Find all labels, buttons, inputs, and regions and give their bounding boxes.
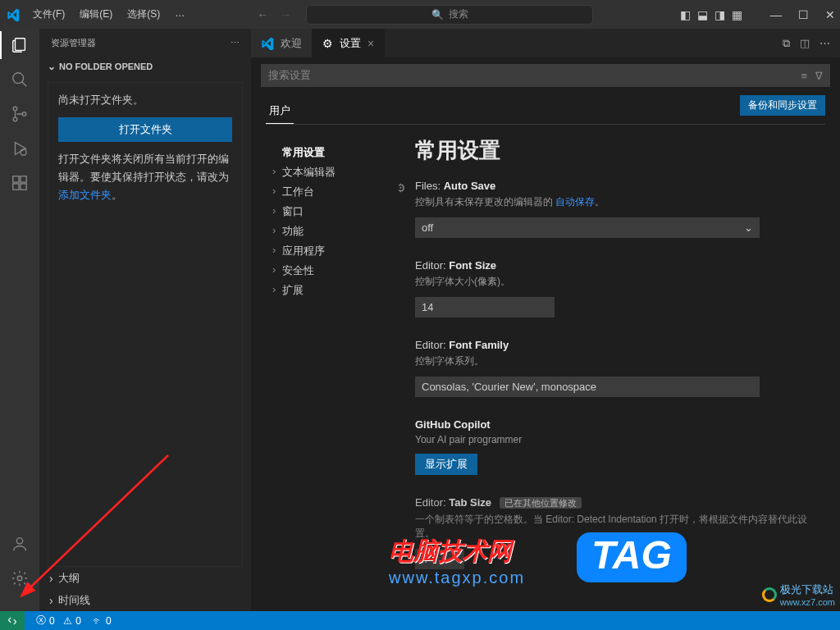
minimize-icon[interactable]: — xyxy=(770,8,782,21)
svg-point-1 xyxy=(13,73,24,84)
filter-icon[interactable]: ∇ xyxy=(815,70,823,82)
split-editor-icon[interactable]: ◫ xyxy=(800,37,810,49)
sidebar-more-icon[interactable]: ⋯ xyxy=(231,38,240,48)
layout-sidebar-right-icon[interactable]: ◨ xyxy=(714,8,725,21)
open-settings-json-icon[interactable]: ⧉ xyxy=(783,37,790,50)
gear-icon[interactable]: ⚙ xyxy=(399,181,406,194)
layout-panel-icon[interactable]: ⬓ xyxy=(697,8,708,21)
font-size-input[interactable] xyxy=(415,297,555,317)
setting-copilot: GitHub Copilot Your AI pair programmer 显… xyxy=(415,418,824,475)
source-control-icon[interactable] xyxy=(10,104,30,124)
nav-back-icon[interactable]: ← xyxy=(257,8,268,21)
setting-font-size: Editor: Font Size 控制字体大小(像素)。 xyxy=(415,259,824,317)
settings-search-input[interactable]: 搜索设置 ≡ ∇ xyxy=(261,64,830,87)
menu-file[interactable]: 文件(F) xyxy=(26,4,71,25)
nav-arrows: ← → xyxy=(257,8,291,21)
setting-font-family: Editor: Font Family 控制字体系列。 xyxy=(415,339,824,397)
tab-settings[interactable]: ⚙ 设置 × xyxy=(313,29,385,57)
status-ports[interactable]: ᯤ 0 xyxy=(93,615,112,627)
no-folder-section-header[interactable]: NO FOLDER OPENED xyxy=(39,57,251,75)
search-icon[interactable] xyxy=(10,70,30,89)
toc-features[interactable]: 功能 xyxy=(271,221,399,241)
open-folder-hint: 打开文件夹将关闭所有当前打开的编辑器。要使其保持打开状态，请改为添加文件夹。 xyxy=(58,150,232,204)
settings-search-placeholder: 搜索设置 xyxy=(268,68,311,83)
window-controls: — ☐ ✕ xyxy=(770,8,835,21)
show-extension-button[interactable]: 显示扩展 xyxy=(415,454,477,475)
sidebar-header: 资源管理器 ⋯ xyxy=(39,29,251,57)
layout-controls: ◧ ⬓ ◨ ▦ xyxy=(680,8,742,21)
title-bar: 文件(F) 编辑(E) 选择(S) … ← → 🔍 搜索 ◧ ⬓ ◨ ▦ — ☐… xyxy=(0,0,840,29)
maximize-icon[interactable]: ☐ xyxy=(798,8,809,21)
svg-line-2 xyxy=(22,82,27,87)
auto-save-select[interactable]: off ⌄ xyxy=(415,217,760,238)
autosave-link[interactable]: 自动保存 xyxy=(555,196,595,208)
explorer-icon[interactable] xyxy=(10,35,30,55)
search-placeholder: 搜索 xyxy=(449,7,468,21)
remote-indicator[interactable] xyxy=(0,611,25,630)
nav-forward-icon[interactable]: → xyxy=(280,8,291,21)
svg-rect-10 xyxy=(21,184,26,189)
settings-heading: 常用设置 xyxy=(415,136,824,165)
status-problems[interactable]: ⓧ 0 ⚠ 0 xyxy=(36,614,81,628)
vscode-logo-icon xyxy=(7,8,20,21)
scope-user-tab[interactable]: 用户 xyxy=(266,98,294,124)
search-icon: 🔍 xyxy=(431,9,444,21)
tab-actions: ⧉ ◫ ⋯ xyxy=(783,29,840,57)
run-debug-icon[interactable] xyxy=(10,139,30,158)
svg-rect-11 xyxy=(21,176,26,182)
status-bar: ⓧ 0 ⚠ 0 ᯤ 0 xyxy=(0,611,840,630)
tab-welcome[interactable]: 欢迎 xyxy=(251,29,313,57)
modified-elsewhere-badge: 已在其他位置修改 xyxy=(500,497,582,509)
layout-sidebar-left-icon[interactable]: ◧ xyxy=(680,8,691,21)
settings-slider-icon: ⚙ xyxy=(322,37,333,50)
explorer-sidebar: 资源管理器 ⋯ NO FOLDER OPENED 尚未打开文件夹。 打开文件夹 … xyxy=(39,29,251,611)
more-actions-icon[interactable]: ⋯ xyxy=(819,37,830,49)
extensions-icon[interactable] xyxy=(10,173,30,193)
layout-customize-icon[interactable]: ▦ xyxy=(732,8,742,21)
toc-security[interactable]: 安全性 xyxy=(271,261,399,281)
editor-area: 欢迎 ⚙ 设置 × ⧉ ◫ ⋯ 搜索设置 ≡ ∇ 用户 备份和同步设置 xyxy=(251,29,840,611)
svg-point-5 xyxy=(22,112,26,116)
menu-edit[interactable]: 编辑(E) xyxy=(73,4,119,25)
sidebar-title: 资源管理器 xyxy=(51,37,96,49)
backup-sync-button[interactable]: 备份和同步设置 xyxy=(740,95,825,116)
menu-selection[interactable]: 选择(S) xyxy=(121,4,167,25)
swirl-icon xyxy=(762,587,777,602)
command-center[interactable]: 🔍 搜索 xyxy=(306,5,593,25)
vscode-logo-icon xyxy=(261,37,274,50)
svg-point-12 xyxy=(16,538,22,544)
svg-rect-9 xyxy=(13,184,19,189)
svg-point-13 xyxy=(17,576,22,581)
close-icon[interactable]: ✕ xyxy=(825,8,835,21)
watermark-tag-badge: TAG xyxy=(577,532,687,582)
account-icon[interactable] xyxy=(10,534,30,554)
sidebar-body: 尚未打开文件夹。 打开文件夹 打开文件夹将关闭所有当前打开的编辑器。要使其保持打… xyxy=(48,82,243,567)
svg-rect-0 xyxy=(16,39,25,51)
no-folder-msg: 尚未打开文件夹。 xyxy=(58,91,232,109)
svg-point-3 xyxy=(13,107,17,111)
toc-workbench[interactable]: 工作台 xyxy=(271,182,399,202)
tab-close-icon[interactable]: × xyxy=(368,37,374,50)
add-folder-link[interactable]: 添加文件夹 xyxy=(58,189,112,201)
clear-search-icon[interactable]: ≡ xyxy=(801,70,807,82)
svg-rect-8 xyxy=(13,176,19,182)
chevron-down-icon: ⌄ xyxy=(744,221,753,234)
open-folder-button[interactable]: 打开文件夹 xyxy=(58,117,232,142)
menu-more[interactable]: … xyxy=(168,4,191,25)
menu-bar: 文件(F) 编辑(E) 选择(S) … xyxy=(26,4,191,25)
activity-bar xyxy=(0,29,39,611)
toc-common[interactable]: 常用设置 xyxy=(271,143,399,162)
toc-application[interactable]: 应用程序 xyxy=(271,241,399,261)
toc-text-editor[interactable]: 文本编辑器 xyxy=(271,162,399,182)
toc-extensions[interactable]: 扩展 xyxy=(271,281,399,300)
toc-window[interactable]: 窗口 xyxy=(271,202,399,221)
font-family-input[interactable] xyxy=(415,377,760,397)
antenna-icon: ᯤ xyxy=(93,615,103,627)
manage-gear-icon[interactable] xyxy=(10,568,30,588)
outline-section[interactable]: 大纲 xyxy=(39,567,251,589)
editor-tabs: 欢迎 ⚙ 设置 × ⧉ ◫ ⋯ xyxy=(251,29,840,57)
timeline-section[interactable]: 时间线 xyxy=(39,589,251,611)
watermark-xz7: 极光下载站 www.xz7.com xyxy=(762,582,835,607)
setting-auto-save: ⚙ Files: Auto Save 控制具有未保存更改的编辑器的 自动保存。 … xyxy=(415,180,824,238)
settings-toc: 常用设置 文本编辑器 工作台 窗口 功能 应用程序 安全性 扩展 xyxy=(251,133,399,611)
